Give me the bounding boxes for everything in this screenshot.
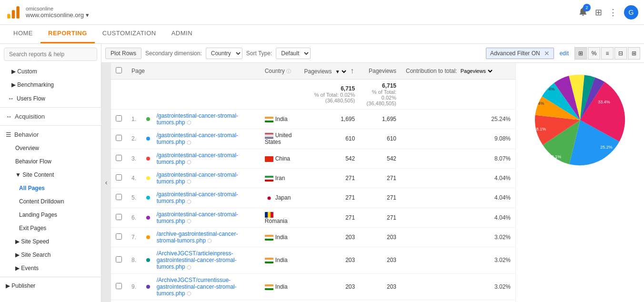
user-avatar[interactable]: G	[624, 5, 638, 20]
page-link-2[interactable]: /gastrointestinal-cancer-stromal-tumors.…	[157, 152, 238, 165]
page-link-0[interactable]: /gastrointestinal-cancer-stromal-tumors.…	[157, 112, 238, 126]
close-filter-button[interactable]: ✕	[544, 50, 550, 57]
page-icon-3[interactable]: ⬡	[187, 179, 191, 184]
page-link-6[interactable]: /archive-gastrointestinal-cancer-stromal…	[157, 231, 238, 244]
row-num-2: 3.	[127, 149, 144, 168]
page-icon-2[interactable]: ⬡	[187, 159, 191, 165]
page-link-1[interactable]: /gastrointestinal-cancer-stromal-tumors.…	[157, 132, 238, 145]
collapse-sidebar-button[interactable]: ‹	[101, 63, 111, 302]
page-icon-8[interactable]: ⬡	[187, 291, 191, 296]
tab-home[interactable]: HOME	[6, 25, 40, 43]
tab-admin[interactable]: ADMIN	[164, 25, 200, 43]
row-checkbox-1[interactable]	[116, 135, 122, 141]
sidebar-item-site-search[interactable]: ▶ Site Search	[0, 248, 101, 262]
page-icon-0[interactable]: ⬡	[187, 120, 191, 125]
select-all-checkbox[interactable]	[116, 67, 122, 73]
row-checkbox-8[interactable]	[116, 283, 122, 289]
table-row: 9. /ArchiveJGCST/currentissue-gastrointe…	[111, 273, 515, 300]
sidebar-item-events[interactable]: ▶ Events	[0, 262, 101, 275]
page-link-3[interactable]: /gastrointestinal-cancer-stromal-tumors.…	[157, 171, 238, 185]
tab-reporting[interactable]: REPORTING	[40, 25, 95, 43]
row-checkbox-7[interactable]	[116, 256, 122, 262]
sidebar-item-publisher[interactable]: ▶ Publisher	[0, 279, 101, 292]
table-row: 2. /gastrointestinal-cancer-stromal-tumo…	[111, 129, 515, 149]
data-table: Page Country ⓘ Pageviews ▼ ↑ Pageviews C…	[111, 63, 515, 302]
row-color-5	[144, 208, 152, 227]
dropdown-icon[interactable]: ▾	[86, 11, 89, 19]
row-color-8	[144, 273, 152, 300]
acquisition-icon: ↔	[6, 113, 12, 120]
svg-rect-0	[7, 14, 10, 19]
tab-customization[interactable]: CUSTOMIZATION	[95, 25, 164, 43]
page-icon-6[interactable]: ⬡	[207, 238, 212, 243]
row-checkbox-2[interactable]	[116, 155, 122, 161]
sidebar-item-users-flow[interactable]: ↔ Users Flow	[0, 91, 101, 105]
contribution-select[interactable]: Pageviews	[459, 68, 494, 74]
row-num-9: 10.	[127, 300, 144, 302]
sidebar-item-all-pages[interactable]: All Pages	[0, 181, 101, 195]
row-checkbox-3[interactable]	[116, 174, 122, 181]
sidebar-item-content-drilldown[interactable]: Content Drilldown	[0, 195, 101, 208]
col-header-contribution: Contribution to total: Pageviews	[401, 63, 515, 80]
row-page-2: /gastrointestinal-cancer-stromal-tumors.…	[152, 149, 260, 168]
table-area: ‹ Page Country ⓘ Pageviews ▼ ↑ Pageviews…	[101, 63, 644, 302]
row-pageviews2-1: 610	[360, 129, 401, 149]
sidebar-item-benchmarking[interactable]: ▶ Benchmarking	[0, 78, 101, 91]
secondary-dim-select[interactable]: Country	[206, 48, 242, 59]
table-row: 4. /gastrointestinal-cancer-stromal-tumo…	[111, 168, 515, 188]
row-num-8: 9.	[127, 273, 144, 300]
sidebar-item-exit-pages[interactable]: Exit Pages	[0, 221, 101, 235]
percent-view-icon[interactable]: %	[588, 47, 600, 60]
row-pageviews-9: 203	[299, 300, 360, 302]
pageviews-select[interactable]: ▼	[333, 69, 348, 75]
row-pageviews2-0: 1,695	[360, 110, 401, 129]
grid-icon[interactable]: ⊞	[595, 7, 602, 18]
row-checkbox-6[interactable]	[116, 233, 122, 240]
row-color-0	[144, 110, 152, 129]
row-pageviews-3: 271	[299, 168, 360, 188]
pivot-view-icon[interactable]: ⊟	[614, 47, 627, 60]
compare-view-icon[interactable]: ≡	[601, 47, 614, 60]
plot-rows-button[interactable]: Plot Rows	[105, 48, 141, 59]
custom-view-icon[interactable]: ⊞	[628, 47, 640, 60]
col-header-pageviews1[interactable]: Pageviews ▼ ↑	[299, 63, 360, 80]
page-link-5[interactable]: /gastrointestinal-cancer-stromal-tumors.…	[157, 211, 238, 224]
table-row: 5. /gastrointestinal-cancer-stromal-tumo…	[111, 188, 515, 208]
sidebar-item-site-content[interactable]: ▼ Site Content	[0, 168, 101, 181]
row-pct-1: 9.08%	[401, 129, 515, 149]
page-icon-4[interactable]: ⬡	[187, 199, 191, 204]
notification-button[interactable]: 2	[578, 6, 588, 18]
chart-panel: 33.4% 25.2% 9.1% 8.1% 4% 4%	[515, 63, 644, 302]
sort-pageviews-button[interactable]: ↑	[349, 67, 355, 75]
edit-link[interactable]: edit	[560, 50, 569, 57]
page-link-4[interactable]: /gastrointestinal-cancer-stromal-tumors.…	[157, 191, 238, 204]
secondary-dim-label: Secondary dimension:	[145, 50, 202, 57]
row-checkbox-5[interactable]	[116, 214, 122, 220]
page-icon-5[interactable]: ⬡	[187, 218, 191, 224]
row-country-6: India	[260, 227, 300, 247]
sidebar-item-overview[interactable]: Overview	[0, 141, 101, 155]
row-pageviews-0: 1,695	[299, 110, 360, 129]
page-icon-7[interactable]: ⬡	[187, 264, 191, 270]
table-row: 3. /gastrointestinal-cancer-stromal-tumo…	[111, 149, 515, 168]
label-cyan: 4%	[548, 87, 554, 91]
row-country-3: Iran	[260, 168, 300, 188]
page-link-8[interactable]: /ArchiveJGCST/currentissue-gastrointesti…	[157, 277, 237, 297]
row-checkbox-0[interactable]	[116, 115, 122, 121]
sidebar-item-behavior[interactable]: ☰ Behavior	[0, 128, 101, 141]
table-view-icon[interactable]: ⊞	[574, 47, 587, 60]
sidebar-item-site-speed[interactable]: ▶ Site Speed	[0, 235, 101, 248]
sidebar-item-custom[interactable]: ▶ Custom	[0, 65, 101, 78]
sidebar-item-behavior-flow[interactable]: Behavior Flow	[0, 155, 101, 168]
row-checkbox-4[interactable]	[116, 194, 122, 200]
sidebar-item-acquisition[interactable]: ↔ Acquisition	[0, 110, 101, 123]
row-color-3	[144, 168, 152, 188]
search-input[interactable]	[4, 48, 97, 61]
row-pageviews-4: 271	[299, 188, 360, 208]
sort-type-select[interactable]: Default	[276, 48, 311, 59]
sidebar-item-landing-pages[interactable]: Landing Pages	[0, 208, 101, 221]
advanced-filter-text: Advanced Filter ON	[490, 50, 540, 57]
page-link-7[interactable]: /ArchiveJGCST/articleinpress-gastrointes…	[157, 250, 237, 270]
more-icon[interactable]: ⋮	[609, 7, 617, 18]
page-icon-1[interactable]: ⬡	[187, 140, 191, 145]
